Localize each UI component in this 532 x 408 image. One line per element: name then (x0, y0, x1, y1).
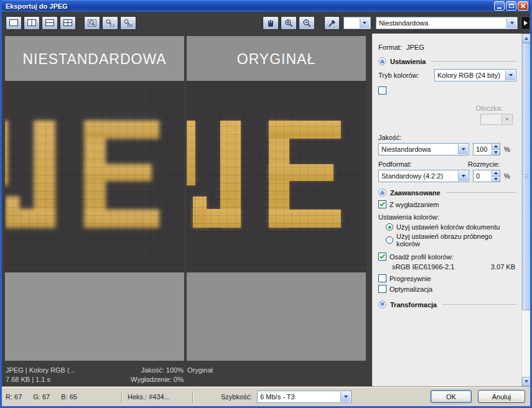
quality-row: Niestandardowa 100 % (378, 143, 516, 155)
preview-image-result[interactable] (5, 81, 184, 272)
preset-combo[interactable]: Niestandardowa (376, 17, 518, 29)
embed-profile-checkbox[interactable] (378, 253, 386, 261)
profile-size: 3.07 KB (491, 263, 515, 271)
maximize-icon (509, 4, 514, 8)
document-colors-label[interactable]: Użyj ustawień kolorów dokumentu (396, 223, 500, 231)
preview-image-letters (5, 81, 184, 272)
dual-horizontal-icon (45, 19, 55, 27)
result-smoothing: Wygładzenie: 0% (6, 375, 184, 384)
pixel-block (85, 164, 152, 181)
spinner-up-button[interactable] (492, 144, 500, 149)
zoom-100-button[interactable]: 100 (120, 16, 136, 30)
collapse-section-icon[interactable] (378, 57, 386, 65)
speed-value: 6 Mb/s - T3 (260, 393, 294, 401)
cancel-button[interactable]: Anuluj (478, 390, 525, 403)
maximize-button[interactable] (506, 1, 516, 11)
panel-scrollbar[interactable] (521, 34, 530, 386)
preview-pane-original[interactable]: ORYGINAŁ (187, 36, 366, 361)
zoom-to-fit-button[interactable] (84, 16, 100, 30)
eyedropper-button[interactable] (324, 16, 340, 30)
subformat-row: Standardowy (4:2:2) 0 % (378, 170, 516, 182)
close-icon (520, 3, 526, 9)
zoom-1-1-button[interactable]: 1:1 (102, 16, 118, 30)
close-button[interactable] (518, 1, 528, 11)
pixel-block (269, 210, 341, 228)
minimize-button[interactable] (494, 1, 505, 11)
chevron-down-icon[interactable] (505, 70, 515, 80)
speed-combo[interactable]: 6 Mb/s - T3 (257, 391, 352, 403)
blur-spinner[interactable]: 0 (473, 170, 500, 182)
quality-spinner[interactable]: 100 (473, 143, 500, 155)
blur-value[interactable]: 0 (474, 172, 492, 180)
original-info: Oryginał (187, 366, 213, 375)
optimize-label[interactable]: Optymalizacja (390, 285, 432, 293)
matte-color-combo (480, 114, 513, 125)
layout-dual-vertical-button[interactable] (24, 16, 40, 30)
dialog-body: NIESTANDARDOWA ORYGINAŁ (2, 34, 530, 386)
subformat-combo[interactable]: Standardowy (4:2:2) (378, 170, 469, 182)
result-quality-info: Jakość: 100% Wygładzenie: 0% (6, 366, 184, 384)
chevron-down-icon[interactable] (458, 171, 468, 181)
titlebar[interactable]: Eksportuj do JPEG (2, 0, 530, 12)
optimize-checkbox[interactable] (378, 285, 386, 293)
smoothing-checkbox[interactable] (378, 200, 386, 208)
collapse-section-icon[interactable] (378, 188, 386, 197)
format-value: JPEG (406, 44, 424, 51)
embed-profile-row: Osadź profil kolorów: (378, 253, 516, 261)
smoothing-label[interactable]: Z wygładzaniem (390, 201, 439, 208)
chevron-down-icon[interactable] (360, 18, 370, 28)
zoom-100-icon: 100 (123, 19, 133, 27)
document-colors-radio[interactable] (386, 223, 393, 231)
scroll-down-button[interactable] (522, 377, 531, 386)
minimize-icon (497, 7, 502, 9)
status-g: G: 67 (33, 393, 50, 401)
zoom-in-button[interactable] (281, 16, 297, 30)
down-arrow-icon (494, 178, 498, 180)
color-settings-label: Ustawienia kolorów: (378, 213, 516, 221)
transparency-checkbox[interactable] (378, 86, 386, 95)
progressive-checkbox[interactable] (378, 274, 386, 282)
transparency-row (378, 86, 516, 95)
section-advanced: Zaawansowane (378, 188, 516, 197)
preview-pane-result[interactable]: NIESTANDARDOWA (5, 36, 184, 361)
ok-button[interactable]: OK (431, 390, 472, 403)
status-rgb: R: 67 G: 67 B: 65 (6, 393, 116, 401)
quality-percent-value[interactable]: 100 (474, 146, 492, 153)
expand-section-icon[interactable] (378, 300, 386, 308)
chevron-down-icon[interactable] (340, 392, 350, 402)
preset-value: Niestandardowa (379, 19, 429, 27)
pixel-block (85, 210, 160, 228)
layout-quad-pane-button[interactable] (60, 16, 76, 30)
quality-preset-combo[interactable]: Niestandardowa (378, 143, 469, 155)
progressive-row: Progresywnie (378, 274, 516, 282)
spinner-up-button[interactable] (492, 170, 500, 176)
subformat-labels-row: Podformat: Rozmycie: (378, 160, 516, 168)
section-settings-title: Ustawienia (390, 58, 426, 65)
color-mode-combo[interactable]: Kolory RGB (24 bity) (434, 69, 516, 81)
layout-dual-horizontal-button[interactable] (42, 16, 58, 30)
scroll-up-button[interactable] (522, 34, 531, 43)
percent-sign: % (504, 172, 510, 180)
color-swatch-combo[interactable] (343, 17, 371, 29)
profile-name: sRGB IEC61966-2.1 (392, 263, 454, 271)
chevron-down-icon[interactable] (458, 144, 468, 154)
section-advanced-title: Zaawansowane (390, 189, 441, 197)
toolbar: 1:1 100 Niestandardowa (2, 12, 530, 34)
zoom-out-button[interactable] (299, 16, 315, 30)
settings-panel: Format: JPEG Ustawienia Tryb kolorów: Ko… (372, 34, 521, 386)
down-arrow-icon (525, 380, 528, 383)
hand-tool-button[interactable] (263, 16, 279, 30)
quad-pane-icon (63, 19, 73, 27)
preview-image-original[interactable] (187, 81, 366, 272)
pixel-block (269, 121, 341, 139)
chevron-down-icon[interactable] (506, 18, 516, 28)
proof-colors-label[interactable]: Użyj ustawień obrazu próbnego kolorów (396, 233, 516, 248)
layout-single-pane-button[interactable] (6, 16, 22, 30)
embed-profile-label[interactable]: Osadź profil kolorów: (390, 253, 454, 261)
scrollbar-thumb[interactable] (522, 43, 531, 310)
flyout-menu-button[interactable] (521, 16, 530, 30)
proof-colors-radio[interactable] (386, 236, 393, 244)
progressive-label[interactable]: Progresywnie (390, 275, 431, 282)
spinner-down-button[interactable] (492, 149, 500, 155)
spinner-down-button[interactable] (492, 176, 500, 182)
